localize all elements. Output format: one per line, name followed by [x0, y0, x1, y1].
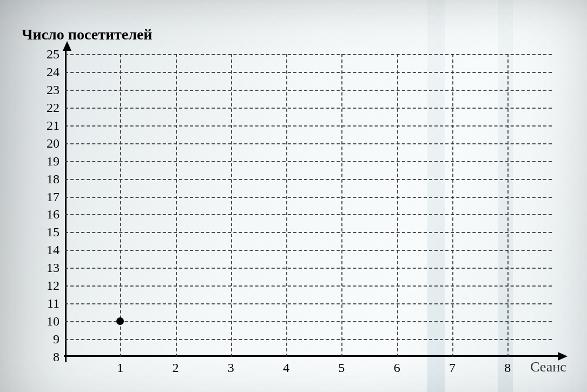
gridline-horizontal [65, 250, 552, 251]
x-tick-label: 8 [504, 361, 511, 375]
y-tick-label: 25 [36, 47, 60, 62]
gridline-horizontal [65, 143, 552, 144]
data-point [116, 317, 124, 325]
x-tick-label: 5 [338, 361, 345, 375]
gridline-horizontal [65, 197, 552, 198]
y-tick-label: 10 [36, 314, 60, 329]
y-tick-label: 22 [36, 100, 60, 115]
x-tick-label: 2 [173, 361, 179, 375]
gridline-vertical [452, 54, 453, 357]
gridline-horizontal [65, 232, 552, 233]
plot-area: 2524232221201918171615141312111098123456… [65, 54, 552, 357]
x-axis-line [64, 355, 559, 357]
y-tick-label: 16 [36, 207, 60, 222]
y-axis-line [65, 49, 67, 362]
gridline-horizontal [65, 321, 552, 322]
y-tick-label: 19 [36, 154, 60, 168]
gridline-horizontal [65, 268, 552, 269]
y-tick-label: 13 [36, 261, 60, 275]
x-tick-label: 6 [394, 361, 400, 375]
y-tick-label: 9 [36, 332, 60, 347]
gridline-vertical [231, 54, 232, 357]
gridline-vertical [507, 54, 509, 357]
y-tick-label: 14 [36, 243, 60, 257]
gridline-vertical [176, 54, 177, 357]
y-tick-label: 18 [36, 171, 60, 186]
gridline-vertical [397, 54, 398, 357]
y-tick-label: 15 [36, 225, 60, 240]
gridline-horizontal [65, 90, 552, 91]
gridline-vertical [286, 54, 287, 357]
x-tick-label: 4 [283, 361, 289, 375]
gridline-horizontal [65, 108, 552, 109]
gridline-vertical [120, 54, 121, 357]
gridline-horizontal [65, 303, 552, 304]
chart-container: 2524232221201918171615141312111098123456… [32, 49, 563, 373]
x-axis-title: Сеанс [530, 359, 566, 375]
y-tick-label: 11 [36, 296, 60, 311]
y-axis-title: Число посетителей [22, 26, 153, 43]
gridline-horizontal [65, 179, 552, 180]
x-tick-label: 1 [117, 361, 123, 375]
y-tick-label: 21 [36, 118, 60, 132]
y-tick-label: 17 [36, 189, 60, 204]
gridline-horizontal [65, 214, 552, 215]
y-tick-label: 8 [36, 350, 60, 364]
y-tick-label: 23 [36, 82, 60, 97]
y-tick-label: 20 [36, 136, 60, 150]
screenshot-frame: Число посетителей 2524232221201918171615… [0, 0, 587, 392]
gridline-horizontal [65, 285, 552, 287]
gridline-horizontal [65, 339, 552, 340]
gridline-horizontal [65, 161, 552, 162]
x-tick-label: 7 [449, 361, 456, 375]
x-tick-label: 3 [228, 361, 234, 375]
y-tick-label: 24 [36, 64, 60, 79]
gridline-vertical [341, 54, 342, 357]
gridline-horizontal [65, 125, 552, 127]
y-tick-label: 12 [36, 278, 60, 293]
arrow-up-icon [63, 41, 71, 51]
gridline-horizontal [65, 72, 552, 73]
gridline-horizontal [65, 54, 552, 55]
